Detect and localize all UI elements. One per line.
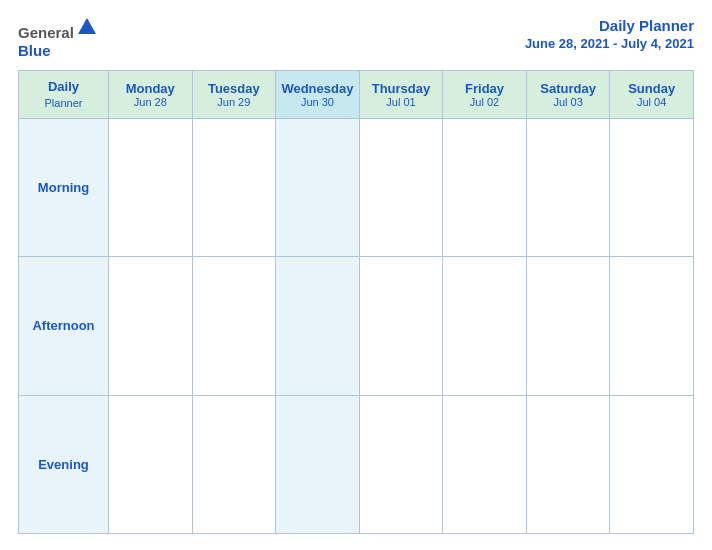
date-range: June 28, 2021 - July 4, 2021 bbox=[525, 36, 694, 53]
svg-marker-0 bbox=[78, 18, 96, 34]
wednesday-evening[interactable] bbox=[276, 395, 360, 533]
col-header-wednesday: Wednesday Jun 30 bbox=[276, 71, 360, 119]
saturday-morning[interactable] bbox=[526, 119, 610, 257]
logo-blue: Blue bbox=[18, 42, 51, 59]
sunday-morning[interactable] bbox=[610, 119, 694, 257]
title-area: Daily Planner June 28, 2021 - July 4, 20… bbox=[525, 16, 694, 52]
logo-area: General Blue bbox=[18, 16, 98, 60]
morning-label: Morning bbox=[19, 119, 109, 257]
logo-icon bbox=[76, 16, 98, 38]
page: General Blue Daily Planner June 28, 2021… bbox=[0, 0, 712, 550]
col-header-0: Daily Planner bbox=[19, 71, 109, 119]
col-header-monday: Monday Jun 28 bbox=[109, 71, 193, 119]
sunday-evening[interactable] bbox=[610, 395, 694, 533]
logo-text: General Blue bbox=[18, 16, 98, 60]
page-title: Daily Planner bbox=[525, 16, 694, 36]
tuesday-morning[interactable] bbox=[192, 119, 276, 257]
thursday-morning[interactable] bbox=[359, 119, 443, 257]
col-header-tuesday: Tuesday Jun 29 bbox=[192, 71, 276, 119]
header: General Blue Daily Planner June 28, 2021… bbox=[18, 16, 694, 60]
tuesday-afternoon[interactable] bbox=[192, 257, 276, 395]
friday-afternoon[interactable] bbox=[443, 257, 527, 395]
morning-row: Morning bbox=[19, 119, 694, 257]
col-header-sunday: Sunday Jul 04 bbox=[610, 71, 694, 119]
friday-morning[interactable] bbox=[443, 119, 527, 257]
monday-afternoon[interactable] bbox=[109, 257, 193, 395]
afternoon-label: Afternoon bbox=[19, 257, 109, 395]
tuesday-evening[interactable] bbox=[192, 395, 276, 533]
evening-row: Evening bbox=[19, 395, 694, 533]
wednesday-morning[interactable] bbox=[276, 119, 360, 257]
calendar-table: Daily Planner Monday Jun 28 Tuesday Jun … bbox=[18, 70, 694, 534]
thursday-afternoon[interactable] bbox=[359, 257, 443, 395]
evening-label: Evening bbox=[19, 395, 109, 533]
friday-evening[interactable] bbox=[443, 395, 527, 533]
saturday-evening[interactable] bbox=[526, 395, 610, 533]
logo-general: General bbox=[18, 24, 74, 41]
saturday-afternoon[interactable] bbox=[526, 257, 610, 395]
monday-morning[interactable] bbox=[109, 119, 193, 257]
col-header-saturday: Saturday Jul 03 bbox=[526, 71, 610, 119]
calendar-header-row: Daily Planner Monday Jun 28 Tuesday Jun … bbox=[19, 71, 694, 119]
afternoon-row: Afternoon bbox=[19, 257, 694, 395]
sunday-afternoon[interactable] bbox=[610, 257, 694, 395]
col-header-thursday: Thursday Jul 01 bbox=[359, 71, 443, 119]
col-header-friday: Friday Jul 02 bbox=[443, 71, 527, 119]
thursday-evening[interactable] bbox=[359, 395, 443, 533]
monday-evening[interactable] bbox=[109, 395, 193, 533]
wednesday-afternoon[interactable] bbox=[276, 257, 360, 395]
